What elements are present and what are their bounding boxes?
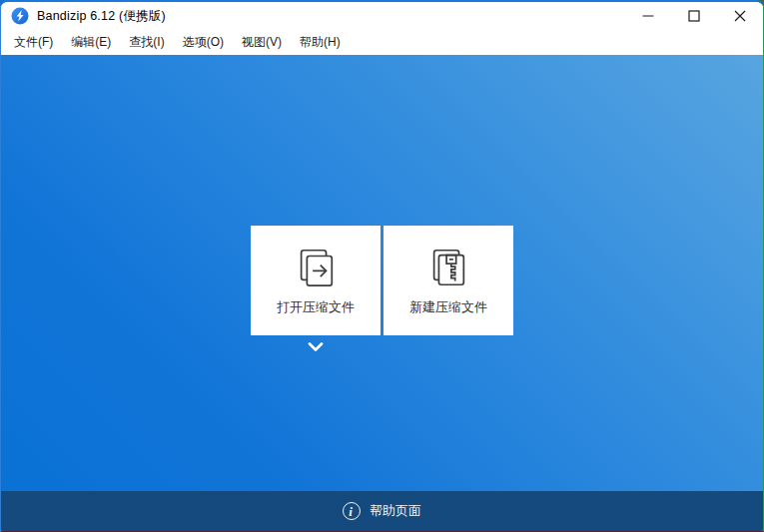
menu-find[interactable]: 查找(I) <box>120 30 173 55</box>
bandizip-window: Bandizip 6.12 (便携版) 文件(F) 编辑(E) 查找(I) 选项… <box>0 0 764 532</box>
action-tiles: 打开压缩文件 新建压缩文件 <box>251 226 513 335</box>
close-button[interactable] <box>717 2 763 30</box>
maximize-icon <box>688 10 700 22</box>
expander-row <box>251 335 513 357</box>
expand-more-button[interactable] <box>302 338 330 356</box>
window-controls <box>625 2 763 30</box>
open-archive-label: 打开压缩文件 <box>277 298 355 316</box>
new-archive-button[interactable]: 新建压缩文件 <box>383 226 513 335</box>
menu-help[interactable]: 帮助(H) <box>291 30 350 55</box>
menu-file[interactable]: 文件(F) <box>5 30 62 55</box>
bandizip-logo-icon <box>11 7 29 25</box>
menu-edit[interactable]: 编辑(E) <box>62 30 120 55</box>
help-page-label: 帮助页面 <box>370 502 421 520</box>
maximize-button[interactable] <box>671 2 717 30</box>
minimize-icon <box>642 10 654 22</box>
open-archive-button[interactable]: 打开压缩文件 <box>251 226 381 335</box>
status-bar: i 帮助页面 <box>1 491 763 531</box>
help-page-button[interactable]: i 帮助页面 <box>343 502 421 520</box>
main-area: 打开压缩文件 新建压缩文件 <box>1 55 763 491</box>
minimize-button[interactable] <box>625 2 671 30</box>
open-archive-icon <box>293 245 339 290</box>
window-title: Bandizip 6.12 (便携版) <box>37 8 166 25</box>
new-archive-icon <box>425 245 471 290</box>
menu-options[interactable]: 选项(O) <box>174 30 233 55</box>
close-icon <box>734 10 746 22</box>
info-icon: i <box>343 502 361 520</box>
new-archive-label: 新建压缩文件 <box>409 298 487 316</box>
menu-bar: 文件(F) 编辑(E) 查找(I) 选项(O) 视图(V) 帮助(H) <box>1 30 763 55</box>
chevron-down-icon <box>308 342 324 352</box>
menu-view[interactable]: 视图(V) <box>233 30 291 55</box>
title-bar: Bandizip 6.12 (便携版) <box>1 2 763 30</box>
